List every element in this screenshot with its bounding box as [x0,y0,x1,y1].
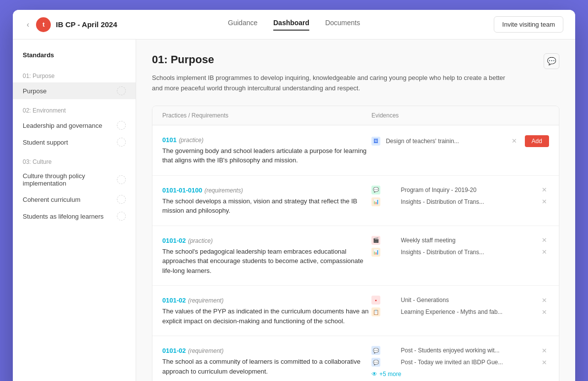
header-left: ‹ t IB CP - April 2024 [25,17,133,32]
logo-icon: t [36,17,51,32]
purpose-status-icon [117,86,126,95]
app-title: IB CP - April 2024 [56,20,117,29]
sidebar-item-leadership[interactable]: Leadership and governance [13,117,136,134]
evidence-name: Learning Experience - Myths and fab... [401,308,519,315]
back-button[interactable]: ‹ [25,18,31,31]
evidence-name: Insights - Distribution of Trans... [401,249,519,256]
evidences-col-4: ▪ Unit - Generations ✕ 📋 Learning Experi… [371,296,549,316]
remove-evidence-button[interactable]: ✕ [540,248,549,256]
remove-evidence-button[interactable]: ✕ [540,308,549,316]
evidence-icon-insights: 📊 [371,197,380,206]
student-support-status-icon [117,138,126,147]
sidebar-item-student-support[interactable]: Student support [13,134,136,151]
evidences-col-3: 🎬 Weekly staff meeting ✕ 📊 Insights - Di… [371,236,549,257]
evidence-item: 💬 Program of Inquiry - 2019-20 ✕ [371,186,549,194]
evidence-icon-doc: 🖼 [371,137,380,146]
nav-dashboard[interactable]: Dashboard [273,19,309,31]
practice-cell-2: 0101-01-0100 (requirements) The school d… [162,186,371,216]
evidence-name: Unit - Generations [401,297,519,304]
table-row: 0101 (practice) The governing body and s… [152,125,559,176]
remove-evidence-button[interactable]: ✕ [540,236,549,244]
evidences-col-1: 🖼 Design of teachers' trainin... ✕ Add [371,135,549,147]
evidence-name: Post - Students enjoyed working wit... [401,347,519,354]
eye-icon: 👁 [371,371,377,378]
section-description: Schools implement IB programmes to devel… [152,73,507,94]
practice-desc-1: The governing body and school leaders ar… [162,146,371,165]
table-header: Practices / Requirements Evidences [152,106,559,125]
sidebar-section-02-label: 02: Environment [13,99,136,117]
sidebar-item-purpose[interactable]: Purpose [13,82,136,99]
practice-code-1: 0101 [162,136,177,144]
sidebar-standards-heading: Standards [13,51,136,65]
evidence-icon-learning-exp: 📋 [371,307,380,316]
evidences-col-2: 💬 Program of Inquiry - 2019-20 ✕ 📊 Insig… [371,186,549,206]
comment-button[interactable]: 💬 [544,53,559,69]
practice-code-3: 0101-02 [162,237,186,244]
practice-cell-3: 0101-02 (practice) The school's pedagogi… [162,236,371,276]
header-nav: Guidance Dashboard Documents [133,19,455,31]
remove-evidence-button[interactable]: ✕ [540,347,549,354]
header-practices: Practices / Requirements [162,112,371,119]
more-count: +5 more [379,371,401,378]
evidence-name: Post - Today we invited an IBDP Gue... [401,359,519,366]
evidence-table: Practices / Requirements Evidences 0101 … [152,106,559,381]
evidence-item: 🎬 Weekly staff meeting ✕ [371,236,549,245]
remove-evidence-button[interactable]: ✕ [540,297,549,304]
evidence-icon-post2: 💬 [371,358,380,367]
coherent-curriculum-status-icon [117,195,126,204]
remove-evidence-button[interactable]: ✕ [540,359,549,366]
evidence-item: 🖼 Design of teachers' trainin... ✕ Add [371,135,549,147]
app-window: ‹ t IB CP - April 2024 Guidance Dashboar… [13,10,575,381]
table-row: 0101-02 (practice) The school's pedagogi… [152,226,559,286]
evidence-name: Insights - Distribution of Trans... [401,198,519,205]
invite-visiting-team-button[interactable]: Invite visiting team [494,16,563,33]
remove-evidence-button[interactable]: ✕ [540,198,549,205]
practice-desc-2: The school develops a mission, vision an… [162,196,371,216]
table-row: 0101-01-0100 (requirements) The school d… [152,176,559,226]
sidebar-item-culture-policy[interactable]: Culture through policy implementation [13,168,136,191]
nav-documents[interactable]: Documents [325,19,360,31]
evidence-name: Weekly staff meeting [401,237,519,244]
remove-evidence-button[interactable]: ✕ [540,186,549,193]
students-lifelong-status-icon [117,212,126,221]
nav-guidance[interactable]: Guidance [228,19,257,31]
sidebar-item-coherent-curriculum[interactable]: Coherent curriculum [13,191,136,208]
remove-evidence-button[interactable]: ✕ [510,137,519,145]
header-evidences: Evidences [371,112,549,119]
evidence-icon-insights2: 📊 [371,248,380,257]
practice-cell-5: 0101-02 (requirement) The school as a co… [162,346,371,376]
practice-type-3: (practice) [188,237,213,244]
header-right: Invite visiting team [455,16,563,33]
evidence-item: ▪ Unit - Generations ✕ [371,296,549,305]
leadership-status-icon [117,121,126,130]
culture-policy-status-icon [117,175,126,184]
practice-code-5: 0101-02 [162,347,186,354]
sidebar-section-03-label: 03: Culture [13,151,136,168]
evidence-name: Design of teachers' trainin... [386,138,504,145]
practice-desc-3: The school's pedagogical leadership team… [162,247,371,276]
evidences-col-5: 💬 Post - Students enjoyed working wit...… [371,346,549,378]
sidebar-section-01-label: 01: Purpose [13,65,136,82]
evidence-item: 💬 Post - Students enjoyed working wit...… [371,346,549,355]
table-row: 0101-02 (requirement) The values of the … [152,286,559,336]
sidebar: Standards 01: Purpose Purpose 02: Enviro… [13,39,136,381]
sidebar-item-students-lifelong[interactable]: Students as lifelong learners [13,208,136,225]
evidence-icon-meeting: 🎬 [371,236,380,245]
practice-type-4: (requirement) [188,297,223,304]
evidence-icon-post1: 💬 [371,346,380,355]
evidence-item: 💬 Post - Today we invited an IBDP Gue...… [371,358,549,367]
evidence-item: 📋 Learning Experience - Myths and fab...… [371,307,549,316]
practice-type-1: (practice) [179,137,203,144]
section-title: 01: Purpose [152,53,214,66]
more-evidences-link[interactable]: 👁 +5 more [371,371,549,378]
main-layout: Standards 01: Purpose Purpose 02: Enviro… [13,39,575,381]
practice-cell-4: 0101-02 (requirement) The values of the … [162,296,371,326]
evidence-item: 📊 Insights - Distribution of Trans... ✕ [371,197,549,206]
evidence-icon-program: 💬 [371,186,380,194]
content-area: 01: Purpose 💬 Schools implement IB progr… [136,39,575,381]
practice-desc-5: The school as a community of learners is… [162,357,371,376]
evidence-item: 📊 Insights - Distribution of Trans... ✕ [371,248,549,257]
header: ‹ t IB CP - April 2024 Guidance Dashboar… [13,10,575,39]
add-evidence-button[interactable]: Add [525,135,549,147]
evidence-icon-unit: ▪ [371,296,380,305]
